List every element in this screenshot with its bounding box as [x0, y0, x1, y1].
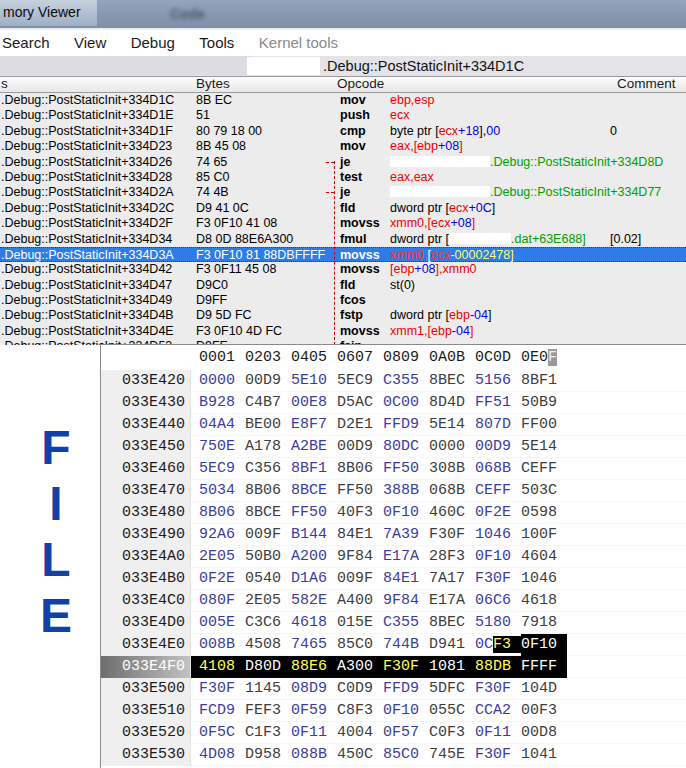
hex-byte-group[interactable]: FCD9 [199, 700, 245, 722]
hex-byte-group[interactable]: 015E [337, 612, 383, 634]
hex-byte-group[interactable]: 0F10 [383, 502, 429, 524]
hex-byte-group[interactable]: 5E14 [521, 436, 567, 458]
hex-address[interactable]: 033E530 [101, 744, 191, 766]
hex-byte-group[interactable]: 1046 [475, 524, 521, 546]
menu-item-search[interactable]: Search [0, 30, 60, 51]
hex-byte-group[interactable]: 745E [429, 744, 475, 766]
hex-byte-group[interactable]: 5034 [199, 480, 245, 502]
hex-byte-group[interactable]: 0C00 [383, 392, 429, 414]
hex-byte-group[interactable]: 8B06 [337, 458, 383, 480]
menu-item-view[interactable]: View [64, 30, 116, 51]
hex-byte-group[interactable]: FFD9 [383, 414, 429, 436]
menu-item-tools[interactable]: Tools [189, 30, 244, 51]
hex-byte-group[interactable]: 7A17 [429, 568, 475, 590]
hex-byte-group[interactable]: B144 [291, 524, 337, 546]
hex-byte-group[interactable]: CEFF [475, 480, 521, 502]
hex-byte-group[interactable]: 4508 [245, 634, 291, 656]
hex-byte-group[interactable]: 9F84 [337, 546, 383, 568]
hex-byte-group[interactable]: 80DC [383, 436, 429, 458]
hex-byte-group[interactable]: F30F [383, 656, 429, 678]
hex-byte-group[interactable]: FF50 [337, 480, 383, 502]
hex-byte-group[interactable]: 00F3 [521, 700, 567, 722]
hex-byte-group[interactable]: 0F11 [475, 722, 521, 744]
hex-byte-group[interactable]: C0F3 [429, 722, 475, 744]
hex-byte-group[interactable]: 4618 [521, 590, 567, 612]
hex-byte-group[interactable]: 068B [475, 458, 521, 480]
hex-byte-group[interactable]: 1041 [521, 744, 567, 766]
hex-byte-group[interactable]: 00D9 [245, 370, 291, 392]
address-combobox[interactable] [0, 56, 251, 75]
hex-byte-group[interactable]: 005E [199, 612, 245, 634]
hex-byte-group[interactable]: C356 [245, 458, 291, 480]
hex-byte-group[interactable]: D941 [429, 634, 475, 656]
hex-address[interactable]: 033E4E0 [101, 634, 191, 656]
hex-byte-group[interactable]: F30F [429, 524, 475, 546]
hex-byte-group[interactable]: 8D4D [429, 392, 475, 414]
hex-byte-group[interactable]: 84E1 [383, 568, 429, 590]
hex-byte-group[interactable]: 0598 [521, 502, 567, 524]
disasm-row[interactable]: .Debug::PostStaticInit+334D49D9FFfcos [0, 293, 686, 308]
hex-byte-group[interactable]: 0F2E [199, 568, 245, 590]
hex-byte-group[interactable]: 100F [521, 524, 567, 546]
hex-byte-group[interactable]: F30F [475, 678, 521, 700]
hex-byte-group[interactable]: FF51 [475, 392, 521, 414]
hex-byte-group[interactable]: 00D9 [337, 436, 383, 458]
hex-byte-group[interactable]: 104D [521, 678, 567, 700]
hex-byte-group[interactable]: 055C [429, 700, 475, 722]
hex-byte-group[interactable]: BE00 [245, 414, 291, 436]
hex-byte-group[interactable]: C8F3 [337, 700, 383, 722]
hex-byte-group[interactable]: 5E14 [429, 414, 475, 436]
hex-byte-group[interactable]: FFFF [521, 656, 567, 678]
hex-byte-group[interactable]: 8BF1 [291, 458, 337, 480]
hex-byte-group[interactable]: FEF3 [245, 700, 291, 722]
hex-byte-group[interactable]: C1F3 [245, 722, 291, 744]
hex-address[interactable]: 033E520 [101, 722, 191, 744]
disasm-row[interactable]: .Debug::PostStaticInit+334D4BD9 5D FCfst… [0, 308, 686, 323]
hex-byte-group[interactable]: 0F5C [199, 722, 245, 744]
hex-byte-group[interactable]: 009F [245, 524, 291, 546]
hex-byte-group[interactable]: E17A [383, 546, 429, 568]
hex-byte-group[interactable]: FF00 [521, 414, 567, 436]
hex-byte-group[interactable]: C0D9 [337, 678, 383, 700]
disasm-row[interactable]: .Debug::PostStaticInit+334D42F3 0F11 45 … [0, 262, 686, 277]
hex-byte-group[interactable]: D5AC [337, 392, 383, 414]
disasm-row[interactable]: .Debug::PostStaticInit+334D2A74 4Bje.Deb… [0, 185, 686, 200]
hex-byte-group[interactable]: D958 [245, 744, 291, 766]
hex-byte-group[interactable]: F30F [199, 678, 245, 700]
disasm-row[interactable]: .Debug::PostStaticInit+334D1E51pushecx [0, 108, 686, 123]
hex-byte-group[interactable]: 2E05 [199, 546, 245, 568]
hex-byte-group[interactable]: FF50 [383, 458, 429, 480]
hex-byte-group[interactable]: 080F [199, 590, 245, 612]
hex-byte-group[interactable]: 8B06 [245, 480, 291, 502]
hex-byte-group[interactable]: 06C6 [475, 590, 521, 612]
hex-byte-group[interactable]: 40F3 [337, 502, 383, 524]
hex-byte-group[interactable]: 388B [383, 480, 429, 502]
hex-byte-group[interactable]: 00E8 [291, 392, 337, 414]
hex-byte-group[interactable]: B928 [199, 392, 245, 414]
hex-byte-group[interactable]: 0540 [245, 568, 291, 590]
hex-byte-group[interactable]: C355 [383, 612, 429, 634]
hex-header-scroll-thumb[interactable]: F [548, 349, 557, 366]
hex-byte-group[interactable]: 0F11 [291, 722, 337, 744]
hex-byte-group[interactable]: 450C [337, 744, 383, 766]
hex-byte-group[interactable]: 4618 [291, 612, 337, 634]
hex-address[interactable]: 033E490 [101, 524, 191, 546]
hex-address[interactable]: 033E430 [101, 392, 191, 414]
hex-address[interactable]: 033E4D0 [101, 612, 191, 634]
hex-byte-group[interactable]: 50B0 [245, 546, 291, 568]
hex-byte-group[interactable]: 5180 [475, 612, 521, 634]
hex-byte-group[interactable]: 0F2E [475, 502, 521, 524]
menu-item-debug[interactable]: Debug [121, 30, 185, 51]
hex-byte-group[interactable]: A2BE [291, 436, 337, 458]
hex-byte-group[interactable]: 5156 [475, 370, 521, 392]
hex-byte-group[interactable]: E17A [429, 590, 475, 612]
hex-byte-group[interactable]: 807D [475, 414, 521, 436]
hex-byte-group[interactable]: CCA2 [475, 700, 521, 722]
hex-byte-group[interactable]: 5EC9 [199, 458, 245, 480]
hex-byte-group[interactable]: 2E05 [245, 590, 291, 612]
hex-byte-group[interactable]: 8BEC [429, 370, 475, 392]
hex-byte-group[interactable]: FF50 [291, 502, 337, 524]
hex-byte-group[interactable]: 08D9 [291, 678, 337, 700]
hex-byte-group[interactable]: 4D08 [199, 744, 245, 766]
hex-byte-group[interactable]: 50B9 [521, 392, 567, 414]
